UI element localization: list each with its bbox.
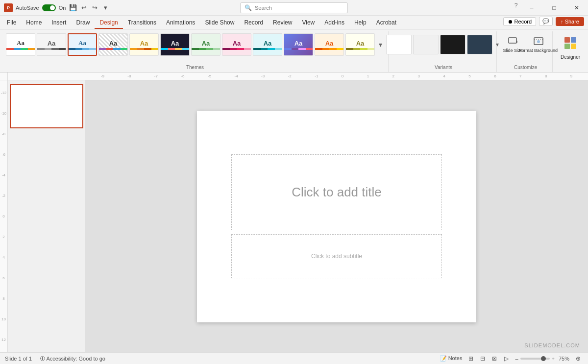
theme-item-5[interactable]: Aa [129, 33, 159, 56]
tab-animations[interactable]: Animations [161, 17, 200, 29]
reading-view-button[interactable]: ⊠ [490, 354, 499, 364]
maximize-button[interactable]: □ [543, 0, 565, 16]
ribbon: Aa Aa Aa [0, 29, 588, 73]
designer-btn-label: Designer [561, 54, 580, 60]
themes-scroll-down[interactable]: ▾ [376, 33, 384, 56]
main-area: -12-10-8-6-4-2024681012 1 Click to add t… [0, 80, 588, 352]
format-background-button[interactable]: Format Background [527, 33, 550, 55]
designer-button[interactable]: Designer [557, 31, 584, 62]
quick-access-icons: 💾 ↩ ↪ ▾ [69, 3, 110, 12]
theme-item-12[interactable]: Aa [345, 33, 375, 56]
view-buttons: ⊞ ⊟ ⊠ ▷ [466, 354, 511, 364]
save-icon[interactable]: 💾 [69, 3, 77, 12]
autosave-toggle[interactable] [42, 4, 56, 11]
theme-colors-11 [315, 48, 343, 50]
tab-view[interactable]: View [297, 17, 319, 29]
undo-icon[interactable]: ↩ [79, 3, 88, 12]
zoom-in-icon[interactable]: + [552, 356, 555, 362]
slide-1-container: 1 [10, 84, 83, 128]
record-button[interactable]: ⏺ Record [503, 17, 537, 26]
designer-section: Designer [555, 31, 586, 72]
variants-row: ▾ [386, 31, 501, 58]
redo-icon[interactable]: ↪ [90, 3, 99, 12]
theme-aa-11: Aa [325, 40, 334, 47]
comments-button[interactable]: 💬 [539, 17, 553, 26]
share-button[interactable]: ↑ Share [556, 17, 584, 26]
theme-item-11[interactable]: Aa [315, 33, 344, 56]
tab-help[interactable]: Help [349, 17, 371, 29]
variant-4[interactable] [467, 35, 492, 54]
zoom-level: 75% [559, 356, 569, 362]
slide-subtitle-placeholder[interactable]: Click to add subtitle [311, 253, 362, 260]
slideshow-view-button[interactable]: ▷ [501, 354, 511, 364]
help-icon[interactable]: ? [513, 2, 519, 9]
tab-record[interactable]: Record [239, 17, 268, 29]
tab-slideshow[interactable]: Slide Show [200, 17, 239, 29]
theme-aa-8: Aa [233, 40, 241, 47]
slide-canvas[interactable]: Click to add title Click to add subtitle [197, 111, 476, 322]
themes-row: Aa Aa Aa [6, 31, 384, 58]
theme-aa-4: Aa [109, 40, 118, 47]
theme-aa-5: Aa [140, 40, 148, 47]
title-bar: P AutoSave On 💾 ↩ ↪ ▾ 🔍 ? – □ ✕ [0, 0, 588, 16]
svg-rect-0 [509, 38, 516, 43]
variants-section-label: Variants [435, 65, 452, 72]
slide-title-area[interactable]: Click to add title [231, 154, 442, 230]
theme-item-10[interactable]: Aa [284, 33, 313, 56]
tab-addins[interactable]: Add-ins [319, 17, 349, 29]
theme-aa-3: Aa [78, 39, 86, 47]
zoom-out-icon[interactable]: – [515, 356, 518, 362]
tab-home[interactable]: Home [21, 17, 47, 29]
theme-item-9[interactable]: Aa [253, 33, 282, 56]
normal-view-button[interactable]: ⊞ [466, 354, 476, 364]
theme-colors-6 [161, 48, 189, 50]
tab-file[interactable]: File [2, 17, 21, 29]
theme-colors-5 [130, 48, 158, 50]
format-bg-icon [533, 35, 544, 47]
tab-draw[interactable]: Draw [71, 17, 95, 29]
tab-design[interactable]: Design [95, 17, 122, 29]
zoom-thumb [541, 356, 546, 361]
zoom-slider[interactable] [520, 358, 550, 360]
search-box[interactable]: 🔍 [240, 2, 348, 13]
slide-subtitle-area[interactable]: Click to add subtitle [231, 234, 442, 278]
variant-2[interactable] [413, 35, 439, 54]
variant-3[interactable] [440, 35, 466, 54]
watermark: SLIDEMODEL.COM [524, 342, 580, 348]
designer-icon [563, 35, 578, 52]
svg-rect-7 [564, 44, 570, 49]
theme-item-8[interactable]: Aa [222, 33, 251, 56]
theme-item-4[interactable]: Aa [98, 33, 128, 56]
tab-acrobat[interactable]: Acrobat [371, 17, 401, 29]
close-button[interactable]: ✕ [565, 0, 588, 16]
minimize-button[interactable]: – [520, 0, 543, 16]
slide-thumbnail-1[interactable] [10, 84, 83, 128]
theme-item-2[interactable]: Aa [37, 33, 66, 56]
theme-item-3[interactable]: Aa [68, 33, 97, 56]
variant-1[interactable] [386, 35, 412, 54]
theme-colors-8 [222, 48, 251, 50]
variants-section: ▾ Variants [391, 31, 497, 72]
status-bar: Slide 1 of 1 🛈 Accessibility: Good to go… [0, 352, 588, 364]
ruler-corner [0, 73, 8, 80]
themes-section: Aa Aa Aa [2, 31, 389, 72]
ruler-slides-spacer [8, 73, 85, 80]
powerpoint-logo: P [4, 3, 13, 12]
theme-aa-7: Aa [202, 40, 210, 47]
theme-item-7[interactable]: Aa [191, 33, 220, 56]
tab-transitions[interactable]: Transitions [123, 17, 161, 29]
tab-review[interactable]: Review [268, 17, 297, 29]
slide-title-placeholder[interactable]: Click to add title [292, 185, 382, 200]
theme-aa-1: Aa [17, 39, 24, 47]
slide-size-icon [507, 35, 519, 47]
customize-section-label: Customize [514, 65, 537, 72]
search-input[interactable] [255, 5, 343, 11]
theme-aa-12: Aa [356, 40, 365, 47]
theme-item-6[interactable]: Aa [160, 33, 190, 56]
theme-item-office[interactable]: Aa [6, 33, 35, 56]
customize-qa-icon[interactable]: ▾ [101, 3, 110, 12]
tab-insert[interactable]: Insert [47, 17, 71, 29]
slide-sorter-button[interactable]: ⊟ [478, 354, 488, 364]
fit-to-window-button[interactable]: ⊕ [573, 354, 583, 364]
notes-button[interactable]: 📝 Notes [440, 355, 463, 362]
